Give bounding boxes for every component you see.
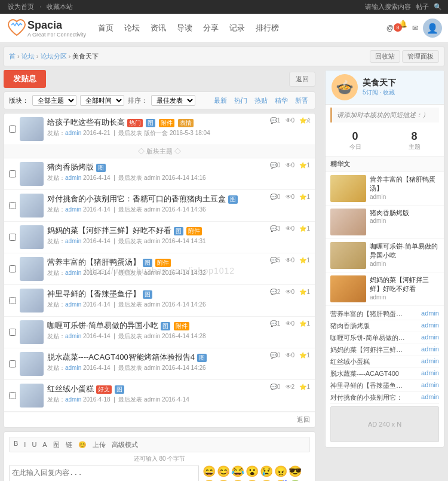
upload-button[interactable]: 上传 bbox=[91, 440, 108, 450]
emoji-smile[interactable]: 😄 bbox=[202, 465, 216, 478]
forum-name: 美食天下 bbox=[363, 78, 396, 88]
notification-icon[interactable]: 🔔8 bbox=[398, 20, 407, 36]
thread-checkbox[interactable] bbox=[9, 265, 16, 272]
thread-title-link[interactable]: 妈妈的菜【河虾拌三鲜】好吃不好看 图 附件 bbox=[47, 225, 266, 236]
thread-meta: 发贴：admin 2016-4-14 | 最后发表 admin 2016-4-1… bbox=[47, 206, 266, 214]
thread-author[interactable]: admin bbox=[65, 238, 81, 244]
thread-title-link[interactable]: 咖喱可乐饼-简单易做的异国小吃 图 附件 bbox=[47, 320, 266, 331]
thread-author[interactable]: admin bbox=[65, 333, 81, 339]
manage-button[interactable]: 管理面板 bbox=[402, 50, 439, 63]
thread-checkbox[interactable] bbox=[9, 329, 16, 336]
thread-author[interactable]: admin bbox=[65, 301, 81, 308]
thread-author[interactable]: admin bbox=[65, 174, 81, 181]
emoji-happy[interactable]: 😊 bbox=[217, 465, 230, 478]
thread-author[interactable]: admin bbox=[65, 396, 81, 403]
sidebar-post-item[interactable]: 妈妈的菜【河虾拌三鲜】好吃不好看 admin bbox=[326, 272, 444, 306]
top-bar: 设为首页 · 收藏本站 请输入搜索内容 帖子 🔍 bbox=[0, 0, 448, 14]
thread-content: 妈妈的菜【河虾拌三鲜】好吃不好看 图 附件 发贴：admin 2016-4-14… bbox=[47, 225, 266, 246]
tag-img: 图 bbox=[146, 119, 155, 127]
emoji-toolbar-button[interactable]: 😊 bbox=[76, 440, 88, 449]
emoji-wow[interactable]: 😮 bbox=[246, 465, 259, 478]
sort-featured[interactable]: 精华 bbox=[273, 96, 290, 105]
thread-checkbox[interactable] bbox=[9, 392, 16, 399]
sidebar-post-item[interactable]: 猪肉香肠烤版 admin bbox=[326, 206, 444, 239]
breadcrumb-forum[interactable]: 论坛 bbox=[22, 53, 35, 60]
close-icon[interactable]: ✕ bbox=[305, 117, 311, 125]
user-avatar[interactable]: 👤 bbox=[423, 19, 442, 38]
bookmark-link[interactable]: 收藏本站 bbox=[47, 3, 73, 10]
thread-checkbox[interactable] bbox=[9, 360, 16, 367]
italic-button[interactable]: I bbox=[22, 440, 27, 449]
nav-news[interactable]: 资讯 bbox=[151, 23, 166, 33]
forum-sub[interactable]: 5订阅 · 收藏 bbox=[363, 88, 396, 97]
thread-checkbox[interactable] bbox=[9, 202, 16, 209]
list-item-8[interactable]: 对付挑食的小孩别用它： admin bbox=[330, 392, 439, 404]
breadcrumb-home[interactable]: 首 bbox=[9, 53, 16, 60]
bold-button[interactable]: B bbox=[12, 439, 20, 448]
thread-checkbox[interactable] bbox=[9, 234, 16, 241]
thread-title-link[interactable]: 给孩子吃这些有助长高 热门 图 附件 表情 bbox=[47, 117, 266, 128]
trash-button[interactable]: 回收站 bbox=[370, 50, 400, 63]
new-post-button[interactable]: 发贴息 bbox=[4, 70, 46, 88]
search-icon[interactable]: 🔍 bbox=[434, 3, 442, 11]
thread-checkbox[interactable] bbox=[9, 170, 16, 177]
list-item-1[interactable]: 营养丰富的【猪肝鸭蛋汤】好 admin bbox=[330, 308, 439, 320]
reply-textarea[interactable] bbox=[9, 465, 199, 481]
thread-checkbox[interactable] bbox=[9, 297, 16, 304]
list-item-4[interactable]: 妈妈的菜【河虾拌三鲜】好吃不 admin bbox=[330, 344, 439, 356]
thread-title-link[interactable]: 猪肉香肠烤版 图 bbox=[47, 162, 266, 173]
nav-home[interactable]: 首页 bbox=[98, 23, 113, 33]
filter-topic-select[interactable]: 全部主题 bbox=[32, 95, 76, 106]
nav-record[interactable]: 记录 bbox=[229, 23, 245, 33]
nav-guide[interactable]: 导读 bbox=[177, 23, 192, 33]
breadcrumb-section[interactable]: 论坛分区 bbox=[41, 53, 67, 60]
emoji-laugh[interactable]: 😂 bbox=[231, 465, 244, 478]
tag-att-5: 附件 bbox=[155, 259, 171, 267]
at-icon[interactable]: @ bbox=[386, 24, 394, 32]
thread-meta: 发贴：admin 2016-4-14 | 最后发表 admin 2016-4-1… bbox=[47, 237, 266, 246]
nav-share[interactable]: 分享 bbox=[203, 23, 219, 33]
thread-checkbox[interactable] bbox=[9, 125, 16, 133]
list-item-6[interactable]: 脱水蔬菜----ACAGT400 admin bbox=[330, 368, 439, 380]
list-item-3[interactable]: 咖喱可乐饼-简单易做的异国小吃 admin bbox=[330, 332, 439, 344]
thread-author[interactable]: admin bbox=[65, 364, 81, 371]
sort-popular[interactable]: 热门 bbox=[232, 96, 249, 105]
filter-time-select[interactable]: 全部时间 bbox=[80, 95, 124, 106]
thread-title-link[interactable]: 对付挑食的小孩别用它：香糯可口的香煎猪肉土豆盒 图 bbox=[47, 194, 266, 204]
return-button[interactable]: 返回 bbox=[289, 72, 315, 87]
list-item-2[interactable]: 猪肉香肠烤版 admin bbox=[330, 320, 439, 332]
list-title-5: 红丝绒小蛋糕 bbox=[330, 357, 370, 366]
thread-title-link[interactable]: 脱水蔬菜----ACAGT400智能烤箱体验报告4 图 bbox=[47, 352, 266, 363]
set-homepage-link[interactable]: 设为首页 bbox=[8, 3, 34, 10]
list-item-5[interactable]: 红丝绒小蛋糕 admin bbox=[330, 356, 439, 368]
post-info-1: 营养丰富的【猪肝鸭蛋汤】 admin bbox=[370, 175, 439, 200]
list-item-7[interactable]: 神里寻鲜的【香辣墨鱼仔】好 admin bbox=[330, 380, 439, 392]
html-mode-button[interactable]: 高级模式 bbox=[110, 440, 140, 450]
filter-order-select[interactable]: 最佳发表 bbox=[151, 95, 195, 106]
sidebar-post-item[interactable]: 营养丰富的【猪肝鸭蛋汤】 admin bbox=[326, 172, 444, 206]
link-button[interactable]: 链 bbox=[64, 440, 74, 450]
color-button[interactable]: A bbox=[41, 440, 48, 449]
mail-icon[interactable]: ✉ bbox=[412, 24, 418, 32]
thread-title-link[interactable]: 神里寻鲜的【香辣墨鱼仔】 图 bbox=[47, 289, 266, 299]
thread-meta: 发贴：admin 2016-4-14 | 最后发表 admin 2016-4-1… bbox=[47, 301, 266, 309]
nav-bar: Spacia A Great For Connectivity 首页 论坛 资讯… bbox=[0, 14, 448, 43]
nav-forum[interactable]: 论坛 bbox=[124, 23, 140, 33]
thread-author[interactable]: admin bbox=[65, 206, 81, 213]
sort-hot[interactable]: 热贴 bbox=[253, 96, 269, 105]
thread-title-link[interactable]: 红丝绒小蛋糕 好文 图 bbox=[47, 384, 266, 394]
list-title-1: 营养丰富的【猪肝鸭蛋汤】好 bbox=[330, 310, 408, 318]
thread-title-link[interactable]: 营养丰富的【猪肝鸭蛋汤】 图 附件 bbox=[47, 257, 266, 268]
thread-author[interactable]: admin bbox=[65, 269, 81, 276]
image-button[interactable]: 图 bbox=[51, 440, 62, 450]
emoji-cool[interactable]: 😎 bbox=[289, 465, 302, 478]
underline-button[interactable]: U bbox=[30, 440, 38, 449]
thread-item: 营养丰富的【猪肝鸭蛋汤】 图 附件 发贴：admin 2016-4-14 | 最… bbox=[4, 253, 315, 285]
sidebar-post-item[interactable]: 咖喱可乐饼-简单易做的异国小吃 admin bbox=[326, 239, 444, 272]
thread-author[interactable]: admin bbox=[65, 130, 81, 136]
sort-new[interactable]: 新晋 bbox=[293, 96, 310, 105]
nav-rank[interactable]: 排行榜 bbox=[256, 23, 279, 33]
emoji-cry[interactable]: 😢 bbox=[260, 465, 273, 478]
sort-latest[interactable]: 最新 bbox=[212, 96, 229, 105]
emoji-angry[interactable]: 😠 bbox=[274, 465, 287, 478]
